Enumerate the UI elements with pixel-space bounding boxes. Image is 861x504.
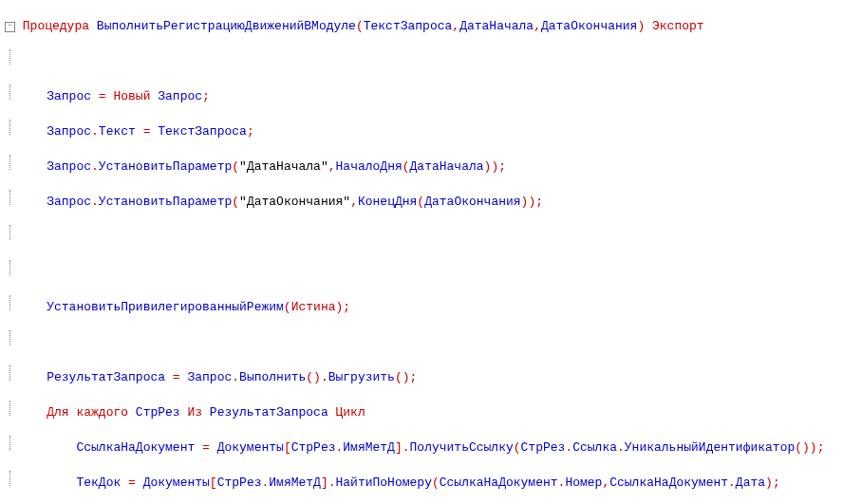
fold-icon[interactable]: − (5, 22, 15, 32)
keyword: Процедура (23, 19, 89, 33)
paren: ( (356, 19, 364, 33)
proc-name: ВыполнитьРегистрациюДвиженийВМодуле (97, 19, 356, 33)
param: ДатаОкончания (541, 19, 637, 33)
param: ДатаНачала (459, 19, 533, 33)
param: ТекстЗапроса (364, 19, 453, 33)
code-editor[interactable]: − Процедура ВыполнитьРегистрациюДвижений… (0, 0, 861, 504)
keyword: Экспорт (652, 19, 704, 33)
